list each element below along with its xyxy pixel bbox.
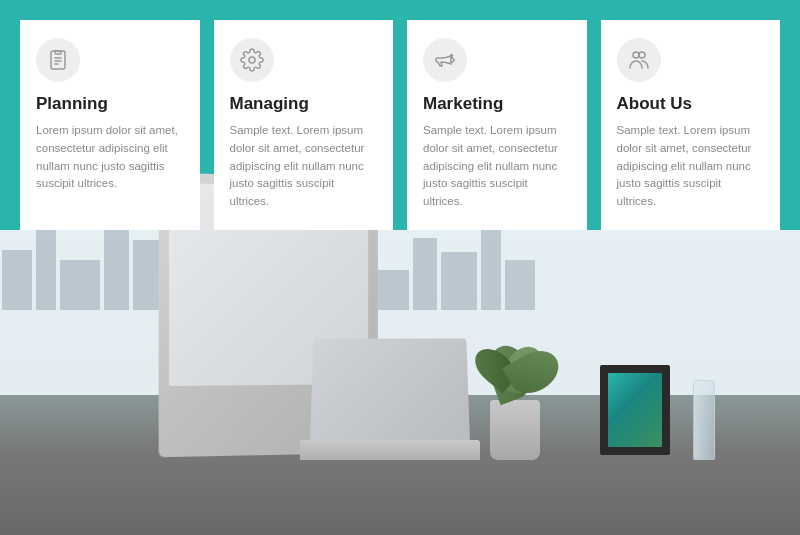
- managing-title: Managing: [230, 94, 378, 114]
- gear-icon: [240, 48, 264, 72]
- marketing-icon-circle: [423, 38, 467, 82]
- megaphone-icon: [433, 48, 457, 72]
- managing-icon-circle: [230, 38, 274, 82]
- svg-point-4: [249, 57, 255, 63]
- picture-frame: [600, 365, 670, 455]
- svg-point-6: [633, 52, 639, 58]
- cards-container: Planning Lorem ipsum dolor sit amet, con…: [20, 20, 780, 230]
- svg-point-5: [451, 55, 453, 57]
- plant-leaves: [470, 330, 560, 400]
- people-icon: [627, 48, 651, 72]
- about-us-text: Sample text. Lorem ipsum dolor sit amet,…: [617, 122, 765, 211]
- managing-text: Sample text. Lorem ipsum dolor sit amet,…: [230, 122, 378, 211]
- planning-icon-circle: [36, 38, 80, 82]
- planning-card: Planning Lorem ipsum dolor sit amet, con…: [20, 20, 200, 230]
- clipboard-icon: [46, 48, 70, 72]
- water-bottle: [693, 380, 715, 460]
- laptop-base: [300, 440, 480, 460]
- planning-text: Lorem ipsum dolor sit amet, consectetur …: [36, 122, 184, 193]
- managing-card: Managing Sample text. Lorem ipsum dolor …: [214, 20, 394, 230]
- about-us-title: About Us: [617, 94, 765, 114]
- about-us-card: About Us Sample text. Lorem ipsum dolor …: [601, 20, 781, 230]
- marketing-card: Marketing Sample text. Lorem ipsum dolor…: [407, 20, 587, 230]
- frame-art: [608, 373, 662, 447]
- marketing-text: Sample text. Lorem ipsum dolor sit amet,…: [423, 122, 571, 211]
- svg-point-7: [639, 52, 645, 58]
- about-us-icon-circle: [617, 38, 661, 82]
- plant-pot: [490, 400, 540, 460]
- planning-title: Planning: [36, 94, 184, 114]
- marketing-title: Marketing: [423, 94, 571, 114]
- laptop-screen: [310, 339, 470, 442]
